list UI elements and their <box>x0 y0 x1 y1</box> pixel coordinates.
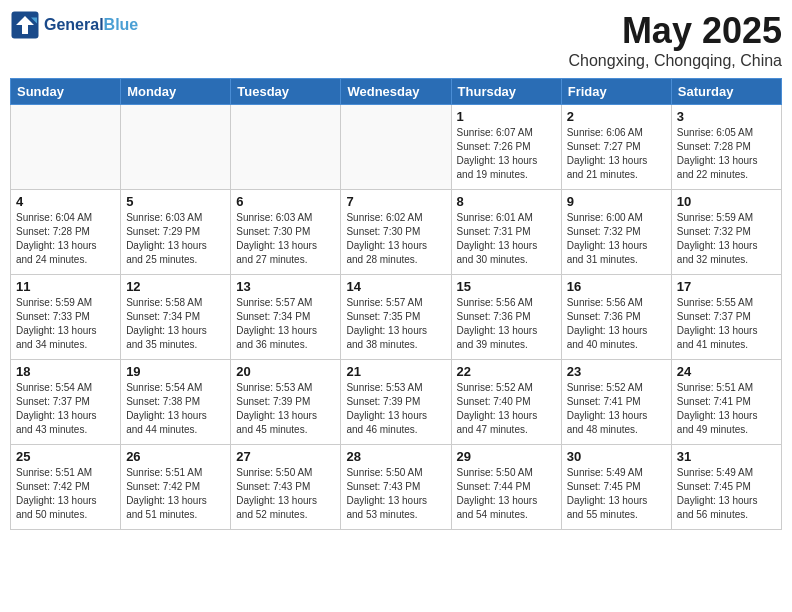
table-row: 27Sunrise: 5:50 AM Sunset: 7:43 PM Dayli… <box>231 445 341 530</box>
day-info: Sunrise: 6:04 AM Sunset: 7:28 PM Dayligh… <box>16 211 115 267</box>
day-info: Sunrise: 6:02 AM Sunset: 7:30 PM Dayligh… <box>346 211 445 267</box>
day-number: 7 <box>346 194 445 209</box>
day-number: 4 <box>16 194 115 209</box>
table-row: 8Sunrise: 6:01 AM Sunset: 7:31 PM Daylig… <box>451 190 561 275</box>
logo-text: GeneralBlue <box>44 15 138 34</box>
table-row <box>231 105 341 190</box>
header-sunday: Sunday <box>11 79 121 105</box>
header-friday: Friday <box>561 79 671 105</box>
day-number: 31 <box>677 449 776 464</box>
day-info: Sunrise: 5:53 AM Sunset: 7:39 PM Dayligh… <box>236 381 335 437</box>
day-info: Sunrise: 6:01 AM Sunset: 7:31 PM Dayligh… <box>457 211 556 267</box>
table-row: 10Sunrise: 5:59 AM Sunset: 7:32 PM Dayli… <box>671 190 781 275</box>
week-row-3: 11Sunrise: 5:59 AM Sunset: 7:33 PM Dayli… <box>11 275 782 360</box>
day-info: Sunrise: 5:54 AM Sunset: 7:37 PM Dayligh… <box>16 381 115 437</box>
table-row <box>121 105 231 190</box>
day-number: 13 <box>236 279 335 294</box>
week-row-1: 1Sunrise: 6:07 AM Sunset: 7:26 PM Daylig… <box>11 105 782 190</box>
table-row: 29Sunrise: 5:50 AM Sunset: 7:44 PM Dayli… <box>451 445 561 530</box>
day-info: Sunrise: 5:49 AM Sunset: 7:45 PM Dayligh… <box>677 466 776 522</box>
table-row: 6Sunrise: 6:03 AM Sunset: 7:30 PM Daylig… <box>231 190 341 275</box>
day-number: 20 <box>236 364 335 379</box>
table-row: 20Sunrise: 5:53 AM Sunset: 7:39 PM Dayli… <box>231 360 341 445</box>
table-row: 15Sunrise: 5:56 AM Sunset: 7:36 PM Dayli… <box>451 275 561 360</box>
day-number: 1 <box>457 109 556 124</box>
day-info: Sunrise: 5:59 AM Sunset: 7:32 PM Dayligh… <box>677 211 776 267</box>
table-row: 28Sunrise: 5:50 AM Sunset: 7:43 PM Dayli… <box>341 445 451 530</box>
table-row: 5Sunrise: 6:03 AM Sunset: 7:29 PM Daylig… <box>121 190 231 275</box>
day-info: Sunrise: 5:56 AM Sunset: 7:36 PM Dayligh… <box>567 296 666 352</box>
day-info: Sunrise: 5:51 AM Sunset: 7:42 PM Dayligh… <box>16 466 115 522</box>
day-info: Sunrise: 5:50 AM Sunset: 7:43 PM Dayligh… <box>236 466 335 522</box>
week-row-2: 4Sunrise: 6:04 AM Sunset: 7:28 PM Daylig… <box>11 190 782 275</box>
day-info: Sunrise: 5:58 AM Sunset: 7:34 PM Dayligh… <box>126 296 225 352</box>
table-row <box>341 105 451 190</box>
table-row: 21Sunrise: 5:53 AM Sunset: 7:39 PM Dayli… <box>341 360 451 445</box>
header-tuesday: Tuesday <box>231 79 341 105</box>
day-number: 6 <box>236 194 335 209</box>
logo-icon <box>10 10 40 40</box>
day-number: 16 <box>567 279 666 294</box>
day-number: 9 <box>567 194 666 209</box>
table-row: 4Sunrise: 6:04 AM Sunset: 7:28 PM Daylig… <box>11 190 121 275</box>
day-info: Sunrise: 5:51 AM Sunset: 7:41 PM Dayligh… <box>677 381 776 437</box>
table-row <box>11 105 121 190</box>
day-info: Sunrise: 5:57 AM Sunset: 7:34 PM Dayligh… <box>236 296 335 352</box>
calendar-table: Sunday Monday Tuesday Wednesday Thursday… <box>10 78 782 530</box>
day-number: 25 <box>16 449 115 464</box>
page-header: GeneralBlue May 2025 Chongxing, Chongqin… <box>10 10 782 70</box>
day-number: 18 <box>16 364 115 379</box>
day-info: Sunrise: 5:51 AM Sunset: 7:42 PM Dayligh… <box>126 466 225 522</box>
table-row: 2Sunrise: 6:06 AM Sunset: 7:27 PM Daylig… <box>561 105 671 190</box>
table-row: 31Sunrise: 5:49 AM Sunset: 7:45 PM Dayli… <box>671 445 781 530</box>
day-info: Sunrise: 5:57 AM Sunset: 7:35 PM Dayligh… <box>346 296 445 352</box>
table-row: 30Sunrise: 5:49 AM Sunset: 7:45 PM Dayli… <box>561 445 671 530</box>
table-row: 14Sunrise: 5:57 AM Sunset: 7:35 PM Dayli… <box>341 275 451 360</box>
day-number: 11 <box>16 279 115 294</box>
day-info: Sunrise: 5:56 AM Sunset: 7:36 PM Dayligh… <box>457 296 556 352</box>
day-number: 2 <box>567 109 666 124</box>
table-row: 19Sunrise: 5:54 AM Sunset: 7:38 PM Dayli… <box>121 360 231 445</box>
day-info: Sunrise: 6:05 AM Sunset: 7:28 PM Dayligh… <box>677 126 776 182</box>
day-info: Sunrise: 5:52 AM Sunset: 7:41 PM Dayligh… <box>567 381 666 437</box>
table-row: 9Sunrise: 6:00 AM Sunset: 7:32 PM Daylig… <box>561 190 671 275</box>
table-row: 7Sunrise: 6:02 AM Sunset: 7:30 PM Daylig… <box>341 190 451 275</box>
table-row: 23Sunrise: 5:52 AM Sunset: 7:41 PM Dayli… <box>561 360 671 445</box>
day-info: Sunrise: 6:03 AM Sunset: 7:30 PM Dayligh… <box>236 211 335 267</box>
day-number: 26 <box>126 449 225 464</box>
day-number: 5 <box>126 194 225 209</box>
header-thursday: Thursday <box>451 79 561 105</box>
day-info: Sunrise: 5:49 AM Sunset: 7:45 PM Dayligh… <box>567 466 666 522</box>
day-number: 17 <box>677 279 776 294</box>
header-saturday: Saturday <box>671 79 781 105</box>
table-row: 22Sunrise: 5:52 AM Sunset: 7:40 PM Dayli… <box>451 360 561 445</box>
day-info: Sunrise: 5:59 AM Sunset: 7:33 PM Dayligh… <box>16 296 115 352</box>
table-row: 16Sunrise: 5:56 AM Sunset: 7:36 PM Dayli… <box>561 275 671 360</box>
table-row: 12Sunrise: 5:58 AM Sunset: 7:34 PM Dayli… <box>121 275 231 360</box>
day-number: 14 <box>346 279 445 294</box>
day-number: 12 <box>126 279 225 294</box>
day-number: 30 <box>567 449 666 464</box>
day-info: Sunrise: 5:52 AM Sunset: 7:40 PM Dayligh… <box>457 381 556 437</box>
day-number: 10 <box>677 194 776 209</box>
title-section: May 2025 Chongxing, Chongqing, China <box>569 10 782 70</box>
day-number: 29 <box>457 449 556 464</box>
week-row-4: 18Sunrise: 5:54 AM Sunset: 7:37 PM Dayli… <box>11 360 782 445</box>
day-number: 19 <box>126 364 225 379</box>
day-number: 24 <box>677 364 776 379</box>
table-row: 26Sunrise: 5:51 AM Sunset: 7:42 PM Dayli… <box>121 445 231 530</box>
calendar-title: May 2025 <box>569 10 782 52</box>
day-number: 28 <box>346 449 445 464</box>
table-row: 11Sunrise: 5:59 AM Sunset: 7:33 PM Dayli… <box>11 275 121 360</box>
day-info: Sunrise: 5:54 AM Sunset: 7:38 PM Dayligh… <box>126 381 225 437</box>
table-row: 17Sunrise: 5:55 AM Sunset: 7:37 PM Dayli… <box>671 275 781 360</box>
table-row: 3Sunrise: 6:05 AM Sunset: 7:28 PM Daylig… <box>671 105 781 190</box>
table-row: 25Sunrise: 5:51 AM Sunset: 7:42 PM Dayli… <box>11 445 121 530</box>
day-number: 22 <box>457 364 556 379</box>
day-info: Sunrise: 6:03 AM Sunset: 7:29 PM Dayligh… <box>126 211 225 267</box>
calendar-subtitle: Chongxing, Chongqing, China <box>569 52 782 70</box>
header-monday: Monday <box>121 79 231 105</box>
day-number: 23 <box>567 364 666 379</box>
logo: GeneralBlue <box>10 10 138 40</box>
table-row: 24Sunrise: 5:51 AM Sunset: 7:41 PM Dayli… <box>671 360 781 445</box>
